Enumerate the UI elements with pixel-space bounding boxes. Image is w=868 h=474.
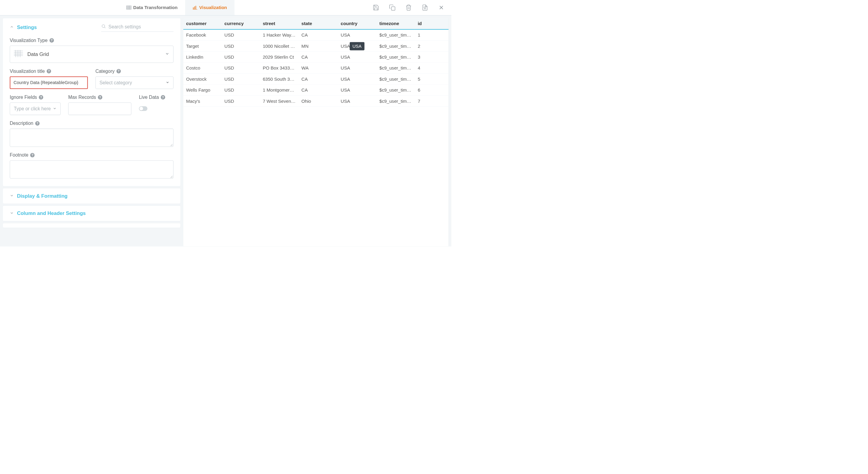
cell-currency[interactable]: USD [221, 40, 260, 51]
table-row[interactable]: Wells FargoUSD1 Montgomery…CAUSA$c9_user… [183, 85, 448, 95]
col-header-id[interactable]: id [415, 18, 448, 29]
cell-customer[interactable]: Target [183, 40, 221, 51]
cell-customer[interactable]: LinkedIn [183, 52, 221, 63]
cell-timezone[interactable]: $c9_user_time… [377, 40, 415, 51]
col-header-currency[interactable]: currency [221, 18, 260, 29]
header-row: customer currency street state country t… [183, 18, 448, 29]
cell-timezone[interactable]: $c9_user_time… [377, 52, 415, 63]
col-header-street[interactable]: street [260, 18, 299, 29]
panel-column-header-header[interactable]: Column and Header Settings [3, 206, 180, 221]
cell-country[interactable]: USA [338, 52, 377, 63]
cell-currency[interactable]: USD [221, 74, 260, 85]
cell-state[interactable]: WA [299, 63, 338, 73]
cell-country[interactable]: USAUSA [338, 40, 377, 51]
cell-street[interactable]: 1 Montgomery… [260, 85, 299, 95]
chevron-down-icon [10, 193, 14, 199]
cell-street[interactable]: 1000 Nicollet … [260, 40, 299, 51]
max-records-input[interactable] [68, 102, 131, 115]
help-icon[interactable]: ? [50, 38, 54, 42]
cell-state[interactable]: CA [299, 29, 338, 40]
save-icon[interactable] [372, 4, 380, 11]
cell-id[interactable]: 6 [415, 85, 448, 95]
cell-timezone[interactable]: $c9_user_time… [377, 63, 415, 73]
help-icon[interactable]: ? [98, 95, 102, 100]
cell-timezone[interactable]: $c9_user_time… [377, 95, 415, 107]
panel-display-formatting-header[interactable]: Display & Formatting [3, 188, 180, 203]
cell-currency[interactable]: USD [221, 95, 260, 107]
cell-customer[interactable]: Overstock [183, 74, 221, 85]
trash-icon[interactable] [405, 4, 412, 11]
cell-timezone[interactable]: $c9_user_time… [377, 29, 415, 40]
table-row[interactable]: FacebookUSD1 Hacker Way, …CAUSA$c9_user_… [183, 29, 448, 40]
label-category: Category ? [95, 69, 174, 74]
table-row[interactable]: Macy'sUSD7 West Sevent…OhioUSA$c9_user_t… [183, 95, 448, 107]
cell-currency[interactable]: USD [221, 85, 260, 95]
label-max-records: Max Records ? [68, 95, 131, 100]
cell-customer[interactable]: Wells Fargo [183, 85, 221, 95]
table-row[interactable]: LinkedInUSD2029 Stierlin CtCAUSA$c9_user… [183, 52, 448, 63]
cell-timezone[interactable]: $c9_user_time… [377, 74, 415, 85]
tab-visualization[interactable]: Visualization [185, 0, 235, 15]
help-icon[interactable]: ? [39, 95, 43, 100]
help-icon[interactable]: ? [116, 69, 121, 73]
cell-country[interactable]: USA [338, 85, 377, 95]
cell-state[interactable]: MN [299, 40, 338, 51]
cell-id[interactable]: 2 [415, 40, 448, 51]
col-header-country[interactable]: country [338, 18, 377, 29]
cell-street[interactable]: 7 West Sevent… [260, 95, 299, 107]
label-visualization-type: Visualization Type ? [10, 38, 174, 43]
tab-data-transformation[interactable]: Data Transformation [119, 0, 185, 15]
help-icon[interactable]: ? [30, 153, 35, 157]
visualization-type-select[interactable]: Data Grid [10, 46, 174, 63]
cell-id[interactable]: 3 [415, 52, 448, 63]
cell-street[interactable]: 1 Hacker Way, … [260, 29, 299, 40]
cell-street[interactable]: 2029 Stierlin Ct [260, 52, 299, 63]
visualization-title-input[interactable] [10, 77, 88, 89]
help-icon[interactable]: ? [35, 121, 40, 126]
cell-id[interactable]: 4 [415, 63, 448, 73]
settings-search[interactable] [101, 23, 174, 32]
category-placeholder: Select category [99, 80, 132, 86]
label-visualization-title: Visualization title ? [10, 69, 88, 74]
panel-settings-header[interactable]: Settings [3, 18, 180, 36]
category-select[interactable]: Select category [95, 77, 174, 89]
cell-timezone[interactable]: $c9_user_time… [377, 85, 415, 95]
copy-icon[interactable] [389, 4, 396, 11]
cell-id[interactable]: 1 [415, 29, 448, 40]
cell-id[interactable]: 7 [415, 95, 448, 107]
cell-id[interactable]: 5 [415, 74, 448, 85]
cell-state[interactable]: CA [299, 52, 338, 63]
cell-street[interactable]: 6350 South 30… [260, 74, 299, 85]
cell-customer[interactable]: Facebook [183, 29, 221, 40]
cell-customer[interactable]: Macy's [183, 95, 221, 107]
ignore-fields-select[interactable]: Type or click here [10, 102, 60, 115]
cell-state[interactable]: CA [299, 85, 338, 95]
cell-country[interactable]: USA [338, 63, 377, 73]
footnote-textarea[interactable] [10, 160, 174, 178]
cell-currency[interactable]: USD [221, 52, 260, 63]
export-pdf-icon[interactable]: PDF [421, 4, 429, 11]
table-row[interactable]: OverstockUSD6350 South 30…CAUSA$c9_user_… [183, 74, 448, 85]
col-header-timezone[interactable]: timezone [377, 18, 415, 29]
help-icon[interactable]: ? [46, 69, 51, 73]
cell-state[interactable]: Ohio [299, 95, 338, 107]
label-description: Description ? [10, 121, 174, 126]
settings-search-input[interactable] [108, 24, 174, 30]
description-textarea[interactable] [10, 128, 174, 147]
cell-currency[interactable]: USD [221, 63, 260, 73]
cell-customer[interactable]: Costco [183, 63, 221, 73]
col-header-state[interactable]: state [299, 18, 338, 29]
col-header-customer[interactable]: customer [183, 18, 221, 29]
cell-currency[interactable]: USD [221, 29, 260, 40]
close-icon[interactable] [438, 4, 445, 11]
help-icon[interactable]: ? [161, 95, 165, 100]
cell-country[interactable]: USA [338, 29, 377, 40]
live-data-toggle[interactable] [139, 107, 148, 111]
cell-country[interactable]: USA [338, 74, 377, 85]
cell-state[interactable]: CA [299, 74, 338, 85]
cell-country[interactable]: USA [338, 95, 377, 107]
table-row[interactable]: TargetUSD1000 Nicollet …MNUSAUSA$c9_user… [183, 40, 448, 51]
table-row[interactable]: CostcoUSDPO Box 34331,…WAUSA$c9_user_tim… [183, 63, 448, 73]
tooltip: USA [350, 42, 365, 50]
cell-street[interactable]: PO Box 34331,… [260, 63, 299, 73]
